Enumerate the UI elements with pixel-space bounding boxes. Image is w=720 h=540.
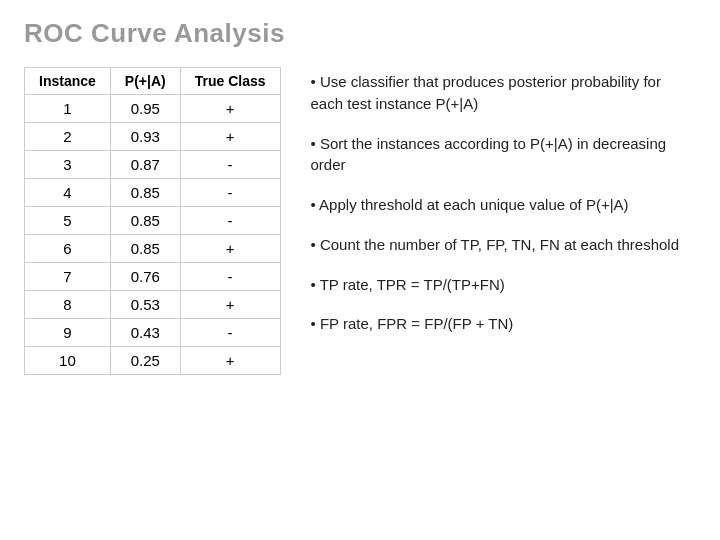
bullet-item: • FP rate, FPR = FP/(FP + TN) <box>311 313 696 335</box>
cell-class: - <box>180 263 280 291</box>
cell-instance: 3 <box>25 151 111 179</box>
cell-prob: 0.85 <box>110 179 180 207</box>
cell-class: + <box>180 95 280 123</box>
data-table: Instance P(+|A) True Class 10.95+20.93+3… <box>24 67 281 375</box>
table-row: 90.43- <box>25 319 281 347</box>
cell-prob: 0.93 <box>110 123 180 151</box>
cell-instance: 1 <box>25 95 111 123</box>
cell-class: - <box>180 179 280 207</box>
cell-instance: 9 <box>25 319 111 347</box>
cell-instance: 10 <box>25 347 111 375</box>
bullet-item: • Sort the instances according to P(+|A)… <box>311 133 696 177</box>
cell-prob: 0.85 <box>110 235 180 263</box>
content-area: Instance P(+|A) True Class 10.95+20.93+3… <box>24 67 696 522</box>
cell-prob: 0.43 <box>110 319 180 347</box>
cell-instance: 4 <box>25 179 111 207</box>
col-header-instance: Instance <box>25 68 111 95</box>
cell-class: + <box>180 235 280 263</box>
cell-prob: 0.76 <box>110 263 180 291</box>
table-row: 10.95+ <box>25 95 281 123</box>
cell-class: + <box>180 291 280 319</box>
col-header-prob: P(+|A) <box>110 68 180 95</box>
table-row: 70.76- <box>25 263 281 291</box>
bullet-item: • Count the number of TP, FP, TN, FN at … <box>311 234 696 256</box>
cell-class: + <box>180 123 280 151</box>
cell-class: + <box>180 347 280 375</box>
cell-class: - <box>180 151 280 179</box>
table-row: 30.87- <box>25 151 281 179</box>
table-row: 100.25+ <box>25 347 281 375</box>
cell-prob: 0.25 <box>110 347 180 375</box>
page-title: ROC Curve Analysis <box>24 18 696 49</box>
bullet-item: • Use classifier that produces posterior… <box>311 71 696 115</box>
bullet-item: • Apply threshold at each unique value o… <box>311 194 696 216</box>
cell-prob: 0.53 <box>110 291 180 319</box>
cell-instance: 8 <box>25 291 111 319</box>
cell-instance: 5 <box>25 207 111 235</box>
table-row: 80.53+ <box>25 291 281 319</box>
cell-instance: 6 <box>25 235 111 263</box>
bullet-item: • TP rate, TPR = TP/(TP+FN) <box>311 274 696 296</box>
table-row: 50.85- <box>25 207 281 235</box>
table-side: Instance P(+|A) True Class 10.95+20.93+3… <box>24 67 281 522</box>
cell-class: - <box>180 207 280 235</box>
table-row: 40.85- <box>25 179 281 207</box>
cell-instance: 7 <box>25 263 111 291</box>
cell-prob: 0.85 <box>110 207 180 235</box>
text-side: • Use classifier that produces posterior… <box>311 67 696 522</box>
col-header-class: True Class <box>180 68 280 95</box>
table-row: 60.85+ <box>25 235 281 263</box>
page: ROC Curve Analysis Instance P(+|A) True … <box>0 0 720 540</box>
cell-prob: 0.95 <box>110 95 180 123</box>
table-row: 20.93+ <box>25 123 281 151</box>
cell-class: - <box>180 319 280 347</box>
cell-instance: 2 <box>25 123 111 151</box>
cell-prob: 0.87 <box>110 151 180 179</box>
